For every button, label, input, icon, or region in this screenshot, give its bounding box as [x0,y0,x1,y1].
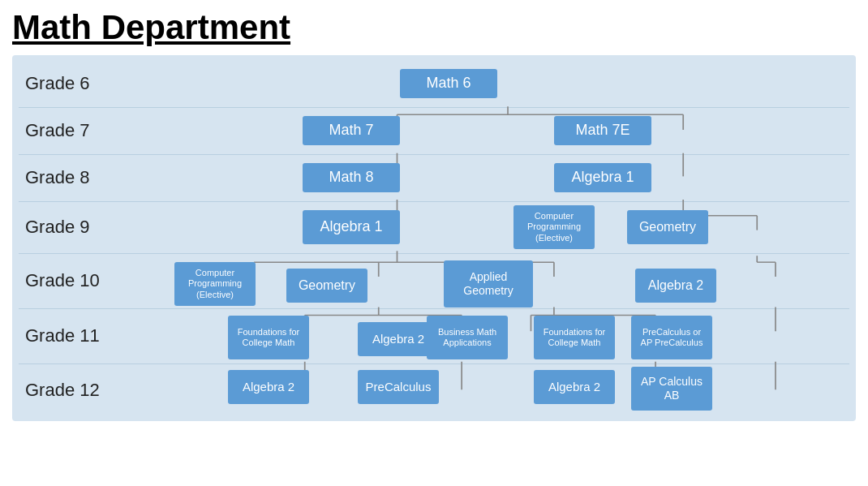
precalc-ap-box: PreCalculus or AP PreCalculus [631,316,712,359]
ap-calc-box: AP Calculus AB [631,367,712,411]
geometry-g10-box: Geometry [286,269,367,303]
compprog-g10-box: Computer Programming (Elective) [174,262,256,306]
algebra1-g8-box: Algebra 1 [554,163,651,192]
math7e-box: Math 7E [554,116,651,145]
found-college-g11a-box: Foundations for College Math [228,316,309,359]
grade7-label: Grade 7 [19,107,157,154]
found-college-g11b-box: Foundations for College Math [534,316,615,359]
math8-box: Math 8 [303,163,400,192]
geometry-g9-box: Geometry [627,210,708,244]
math7-box: Math 7 [303,116,400,145]
grade12-label: Grade 12 [19,363,157,416]
precalc-g12-box: PreCalculus [358,370,439,404]
algebra2-g12b-box: Algebra 2 [534,370,615,404]
chart-wrapper: Grade 6 Grade 7 Grade 8 Grade 9 Grade 10 [19,60,849,416]
grade11-label: Grade 11 [19,308,157,363]
algebra2-g12a-box: Algebra 2 [228,370,309,404]
grade10-label: Grade 10 [19,253,157,308]
page: Math Department Grade 6 Grade 7 Grade 8 [0,0,868,486]
chart-area: Grade 6 Grade 7 Grade 8 Grade 9 Grade 10 [12,55,856,421]
applied-geom-box: Applied Geometry [444,260,533,308]
row-grade10: Grade 10 [19,253,849,308]
grade6-label: Grade 6 [19,60,157,107]
row-grade7: Grade 7 [19,107,849,154]
algebra1-g9-box: Algebra 1 [303,210,400,244]
row-grade8: Grade 8 [19,154,849,201]
grade8-label: Grade 8 [19,154,157,201]
grade9-label: Grade 9 [19,201,157,253]
algebra2-g10-box: Algebra 2 [635,269,716,303]
math6-box: Math 6 [400,69,497,98]
compprog-g9-box: Computer Programming (Elective) [513,205,595,249]
page-title: Math Department [12,8,856,47]
business-math-box: Business Math Applications [427,316,508,359]
row-grade9: Grade 9 [19,201,849,253]
